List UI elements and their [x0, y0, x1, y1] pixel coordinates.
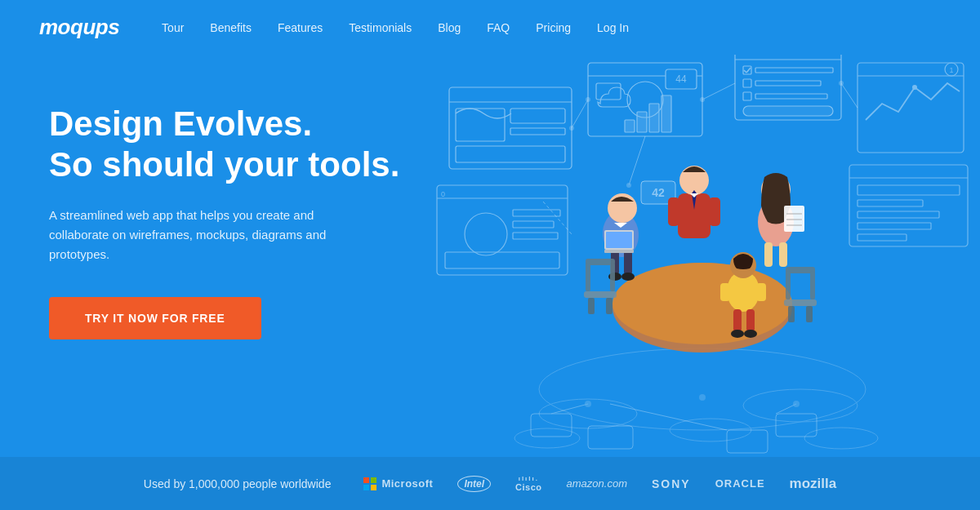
svg-point-49 — [626, 183, 631, 188]
hero-headline: Design Evolves. So should your tools. — [49, 104, 408, 186]
nav-link-testimonials[interactable]: Testimonials — [349, 21, 412, 34]
svg-rect-88 — [668, 197, 679, 226]
logo[interactable]: moqups — [39, 15, 119, 40]
svg-rect-23 — [755, 68, 833, 73]
svg-point-73 — [699, 394, 706, 401]
svg-rect-103 — [746, 309, 755, 332]
cisco-label: Cisco — [515, 482, 541, 492]
svg-rect-9 — [596, 83, 621, 100]
svg-point-104 — [731, 330, 744, 338]
svg-rect-107 — [586, 263, 590, 291]
svg-line-40 — [572, 100, 588, 128]
nav-link-benefits[interactable]: Benefits — [210, 21, 252, 34]
svg-point-64 — [804, 428, 878, 449]
svg-point-29 — [912, 85, 917, 90]
svg-rect-111 — [606, 298, 612, 314]
svg-rect-54 — [858, 211, 939, 218]
svg-rect-12 — [649, 104, 659, 132]
svg-point-76 — [612, 263, 792, 344]
used-by-text: Used by 1,000,000 people worldwide — [144, 477, 332, 490]
svg-rect-13 — [662, 95, 671, 132]
svg-rect-38 — [445, 252, 559, 268]
brand-cisco: ılılı. Cisco — [515, 475, 541, 492]
svg-rect-80 — [624, 251, 632, 275]
svg-rect-3 — [510, 109, 565, 123]
svg-rect-84 — [606, 232, 632, 248]
svg-rect-66 — [588, 426, 633, 449]
brand-mozilla: mozilla — [790, 476, 837, 492]
nav-link-faq[interactable]: FAQ — [487, 21, 510, 34]
svg-rect-5 — [456, 146, 565, 162]
svg-rect-115 — [784, 299, 817, 306]
svg-point-41 — [569, 126, 574, 131]
brand-intel: Intel — [457, 476, 491, 492]
svg-rect-113 — [786, 271, 791, 299]
nav-link-features[interactable]: Features — [278, 21, 323, 34]
svg-rect-52 — [858, 185, 960, 195]
svg-line-48 — [629, 136, 645, 185]
svg-point-63 — [514, 428, 580, 448]
svg-rect-97 — [779, 242, 787, 267]
svg-point-74 — [793, 401, 800, 407]
hero-left: Design Evolves. So should your tools. A … — [0, 55, 408, 471]
svg-line-45 — [841, 83, 858, 108]
nav-link-login[interactable]: Log In — [597, 21, 629, 34]
svg-rect-36 — [513, 221, 554, 228]
hero-illustration: 44 — [425, 55, 980, 471]
svg-point-105 — [744, 330, 757, 338]
svg-point-72 — [585, 401, 591, 407]
nav-link-tour[interactable]: Tour — [162, 21, 184, 34]
svg-text:1: 1 — [949, 66, 953, 74]
svg-point-46 — [839, 81, 844, 86]
svg-text:44: 44 — [675, 73, 687, 85]
svg-rect-85 — [604, 250, 634, 253]
svg-line-43 — [702, 83, 735, 100]
svg-rect-67 — [727, 430, 768, 453]
nav-link-pricing[interactable]: Pricing — [536, 21, 571, 34]
svg-rect-89 — [709, 197, 720, 226]
svg-rect-11 — [637, 112, 647, 132]
svg-rect-26 — [743, 106, 833, 116]
svg-rect-53 — [858, 200, 923, 206]
svg-rect-117 — [806, 306, 813, 322]
svg-rect-10 — [625, 120, 635, 132]
svg-rect-21 — [743, 79, 751, 87]
cta-button[interactable]: TRY IT NOW FOR FREE — [49, 297, 261, 339]
svg-rect-25 — [755, 94, 827, 99]
svg-point-44 — [700, 97, 705, 102]
svg-rect-114 — [810, 271, 815, 299]
brand-microsoft: Microsoft — [363, 477, 433, 490]
svg-rect-101 — [756, 283, 766, 301]
nav-link-blog[interactable]: Blog — [438, 21, 461, 34]
navigation: moqups Tour Benefits Features Testimonia… — [0, 0, 980, 55]
hero-subtext: A streamlined web app that helps you cre… — [49, 206, 376, 264]
svg-text:42: 42 — [652, 186, 665, 199]
svg-rect-102 — [733, 309, 742, 332]
hero-section: Design Evolves. So should your tools. A … — [0, 55, 980, 471]
svg-point-34 — [465, 213, 507, 255]
svg-rect-22 — [743, 92, 751, 100]
brand-logos: Microsoft Intel ılılı. Cisco amazon.com … — [363, 475, 836, 492]
svg-rect-24 — [755, 81, 821, 86]
svg-line-69 — [551, 404, 588, 414]
svg-point-61 — [743, 389, 858, 422]
brand-oracle: ORACLE — [715, 477, 765, 490]
brand-sony: SONY — [652, 477, 691, 490]
svg-line-20 — [746, 68, 751, 73]
svg-rect-109 — [584, 291, 617, 298]
svg-rect-55 — [858, 223, 931, 229]
svg-rect-2 — [456, 109, 505, 141]
svg-rect-100 — [720, 283, 730, 301]
svg-point-82 — [621, 273, 635, 281]
svg-rect-110 — [588, 298, 595, 314]
microsoft-label: Microsoft — [381, 477, 433, 490]
svg-rect-108 — [610, 263, 615, 291]
svg-rect-37 — [513, 233, 558, 239]
svg-rect-4 — [510, 128, 565, 135]
svg-text:0: 0 — [441, 190, 445, 198]
svg-line-71 — [776, 404, 796, 414]
hero-illustration-area: 44 — [408, 55, 980, 471]
microsoft-grid-icon — [363, 477, 376, 490]
svg-rect-35 — [513, 210, 560, 216]
svg-rect-65 — [531, 414, 572, 437]
